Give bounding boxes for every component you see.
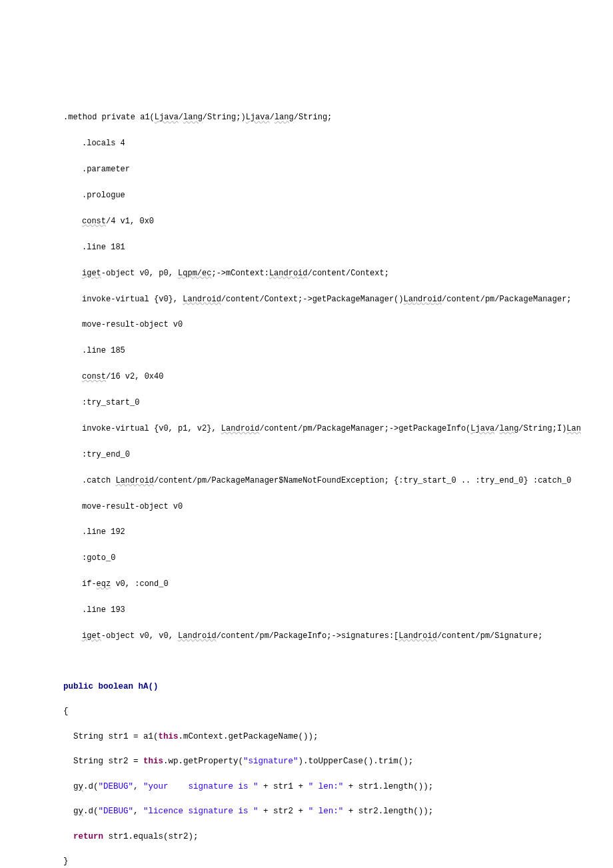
smali-code-block: .method private a1(Ljava/lang/String;)Lj… [63,99,613,656]
java-code-block: public boolean hA() { String str1 = a1(t… [63,668,613,868]
